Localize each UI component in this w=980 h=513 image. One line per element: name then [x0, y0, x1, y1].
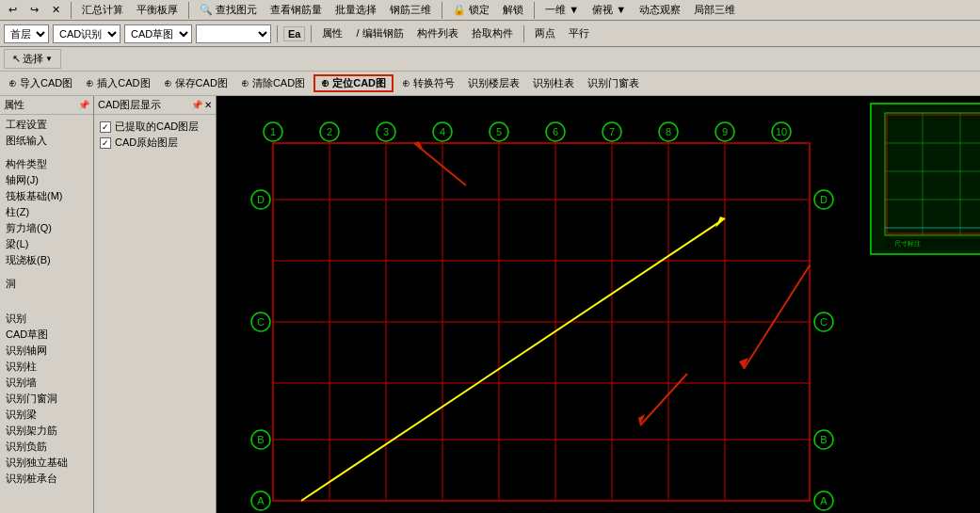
- hole-item[interactable]: 洞: [2, 276, 91, 292]
- svg-text:尺寸标注: 尺寸标注: [894, 240, 921, 247]
- shear-wall-item[interactable]: 剪力墙(Q): [2, 220, 91, 236]
- svg-text:B: B: [820, 434, 827, 445]
- pick-component-btn[interactable]: 拾取构件: [467, 24, 518, 42]
- identify-arch-rebar-item[interactable]: 识别架力筋: [2, 423, 91, 439]
- select-button[interactable]: ↖ 选择 ▼: [4, 49, 61, 69]
- cad-layer-pin[interactable]: 📌: [191, 100, 202, 110]
- summary-calc-btn[interactable]: 汇总计算: [77, 1, 128, 19]
- svg-text:2: 2: [327, 126, 332, 137]
- left-panel-items: 工程设置 图纸输入 构件类型 轴网(J) 筏板基础(M) 柱(Z) 剪力墙(Q)…: [0, 115, 93, 513]
- cad-extracted-layer[interactable]: 已提取的CAD图层: [98, 119, 212, 135]
- cad-layer-items: 已提取的CAD图层 CAD原始图层: [94, 115, 216, 513]
- convert-symbol-btn[interactable]: ⊕ 转换符号: [397, 74, 459, 92]
- identify-neg-rebar-item[interactable]: 识别负筋: [2, 439, 91, 455]
- identify-floor-btn[interactable]: 识别楼层表: [463, 74, 524, 92]
- separator-5: [277, 25, 278, 42]
- local-3d-btn[interactable]: 局部三维: [689, 1, 740, 19]
- svg-text:5: 5: [496, 126, 502, 137]
- extra-select[interactable]: [196, 24, 271, 43]
- svg-rect-0: [217, 96, 980, 513]
- ea-label: Ea: [283, 26, 305, 41]
- edit-rebar-btn[interactable]: / 编辑钢筋: [351, 24, 408, 42]
- rebar-3d-btn[interactable]: 钢筋三维: [385, 1, 436, 19]
- select-icon: ↖: [12, 53, 21, 65]
- attribute-btn[interactable]: 属性: [317, 24, 347, 42]
- undo-btn[interactable]: ↩: [4, 2, 22, 18]
- cad-sketch-select[interactable]: CAD草图: [124, 24, 192, 43]
- identify-window-btn[interactable]: 识别门窗表: [583, 74, 644, 92]
- identify-column-btn[interactable]: 识别柱表: [528, 74, 579, 92]
- parallel-btn[interactable]: 平行: [564, 24, 594, 42]
- import-cad-btn[interactable]: ⊕ 导入CAD图: [4, 74, 77, 92]
- canvas-svg: D D C C B B A A 1: [217, 96, 980, 513]
- svg-text:A: A: [820, 495, 827, 506]
- identify-beam-item[interactable]: 识别梁: [2, 407, 91, 423]
- unlock-btn[interactable]: 解锁: [498, 1, 528, 19]
- lock-btn[interactable]: 🔒 锁定: [448, 1, 494, 19]
- canvas-area[interactable]: D D C C B B A A 1: [217, 96, 980, 513]
- select-label: 选择: [23, 52, 43, 66]
- find-element-btn[interactable]: 🔍 查找图元: [195, 1, 262, 19]
- cad-layer-header: CAD图层显示 📌 ✕: [94, 96, 216, 115]
- svg-rect-83: [880, 110, 980, 247]
- identify-axis-item[interactable]: 识别轴网: [2, 343, 91, 359]
- redo-btn[interactable]: ↪: [25, 2, 43, 18]
- cad-identify-select[interactable]: CAD识别: [53, 24, 120, 43]
- identify-col-item[interactable]: 识别柱: [2, 359, 91, 375]
- separator-4: [534, 2, 535, 19]
- left-panel-header: 属性 📌: [0, 96, 93, 115]
- dynamic-view-btn[interactable]: 动态观察: [635, 1, 685, 19]
- view-top-btn[interactable]: 俯视 ▼: [587, 1, 631, 19]
- save-cad-btn[interactable]: ⊕ 保存CAD图: [159, 74, 233, 92]
- third-toolbar: ↖ 选择 ▼: [0, 47, 980, 72]
- svg-text:D: D: [820, 194, 827, 205]
- cad-sketch-item[interactable]: CAD草图: [2, 327, 91, 343]
- left-panel: 属性 📌 工程设置 图纸输入 构件类型 轴网(J) 筏板基础(M) 柱(Z) 剪…: [0, 96, 94, 513]
- identify-found-item[interactable]: 识别独立基础: [2, 455, 91, 471]
- svg-text:10: 10: [776, 126, 787, 137]
- svg-text:6: 6: [553, 126, 558, 137]
- svg-text:8: 8: [666, 126, 671, 137]
- cad-extracted-checkbox[interactable]: [100, 121, 111, 133]
- cad-original-checkbox[interactable]: [100, 137, 111, 149]
- left-panel-pin[interactable]: 📌: [78, 100, 89, 110]
- insert-cad-btn[interactable]: ⊕ 插入CAD图: [81, 74, 154, 92]
- svg-text:D: D: [257, 194, 265, 205]
- view-rebar-btn[interactable]: 查看钢筋量: [265, 1, 327, 19]
- beam-item[interactable]: 梁(L): [2, 236, 91, 252]
- identify-pile-item[interactable]: 识别桩承台: [2, 471, 91, 487]
- two-point-btn[interactable]: 两点: [530, 24, 560, 42]
- clear-cad-btn[interactable]: ⊕ 清除CAD图: [236, 74, 310, 92]
- balance-btn[interactable]: 平衡板厚: [132, 1, 183, 19]
- column-item[interactable]: 柱(Z): [2, 204, 91, 220]
- floor-select[interactable]: 首层: [4, 24, 49, 43]
- cad-original-layer[interactable]: CAD原始图层: [98, 135, 212, 151]
- 1d-btn[interactable]: 一维 ▼: [540, 1, 584, 19]
- cad-layer-close[interactable]: ✕: [204, 100, 212, 110]
- component-list-btn[interactable]: 构件列表: [412, 24, 463, 42]
- fourth-toolbar: ⊕ 导入CAD图 ⊕ 插入CAD图 ⊕ 保存CAD图 ⊕ 清除CAD图 ⊕ 定位…: [0, 72, 980, 96]
- svg-text:B: B: [257, 434, 264, 445]
- settings-item[interactable]: 工程设置: [2, 117, 91, 133]
- identify-wall-item[interactable]: 识别墙: [2, 375, 91, 391]
- raft-found-item[interactable]: 筏板基础(M): [2, 188, 91, 204]
- svg-text:C: C: [820, 316, 827, 328]
- cad-extracted-label: 已提取的CAD图层: [115, 120, 199, 134]
- separator-7: [523, 25, 524, 42]
- slab-item[interactable]: 现浇板(B): [2, 252, 91, 268]
- batch-select-btn[interactable]: 批量选择: [330, 1, 381, 19]
- cad-layer-panel: CAD图层显示 📌 ✕ 已提取的CAD图层 CAD原始图层: [94, 96, 217, 513]
- svg-text:1: 1: [270, 126, 276, 137]
- component-type-item[interactable]: 构件类型: [2, 156, 91, 172]
- select-dropdown-icon: ▼: [45, 55, 53, 63]
- identify-door-item[interactable]: 识别门窗洞: [2, 391, 91, 407]
- close-btn[interactable]: ✕: [47, 2, 65, 18]
- svg-text:C: C: [257, 316, 265, 328]
- drawing-input-item[interactable]: 图纸输入: [2, 133, 91, 149]
- axis-grid-item[interactable]: 轴网(J): [2, 172, 91, 188]
- left-panel-title: 属性: [4, 98, 24, 112]
- locate-cad-btn[interactable]: ⊕ 定位CAD图: [313, 74, 394, 92]
- main-area: 属性 📌 工程设置 图纸输入 构件类型 轴网(J) 筏板基础(M) 柱(Z) 剪…: [0, 96, 980, 513]
- identify-item[interactable]: 识别: [2, 311, 91, 327]
- second-toolbar: 首层 CAD识别 CAD草图 Ea 属性 / 编辑钢筋 构件列表 拾取构件 两点…: [0, 21, 980, 47]
